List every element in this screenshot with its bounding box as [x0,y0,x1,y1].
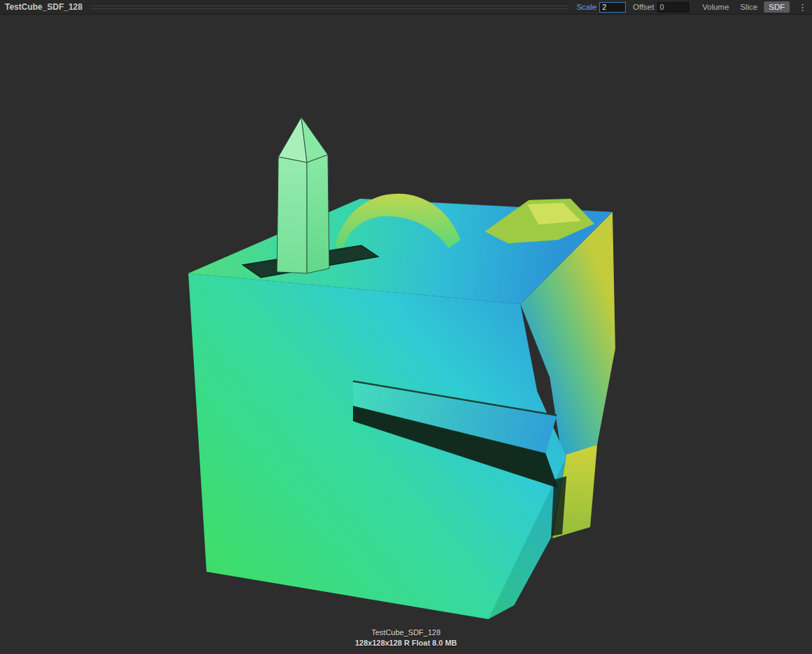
preview-titlebar: TestCube_SDF_128 Scale Offset Volume Sli… [0,0,812,15]
sdf-preview-viewport[interactable]: TestCube_SDF_128 128x128x128 R Float 8.0… [0,15,812,653]
offset-input[interactable] [657,2,689,13]
kebab-menu-icon[interactable]: ⋮ [797,2,809,13]
volume-button[interactable]: Volume [698,1,734,13]
preview-mode-buttons: Volume Slice SDF [698,1,790,13]
scale-label[interactable]: Scale [576,3,596,11]
slice-button[interactable]: Slice [735,1,762,13]
offset-label[interactable]: Offset [633,3,654,11]
sdf-button[interactable]: SDF [764,1,790,13]
asset-title: TestCube_SDF_128 [5,2,82,12]
scale-input[interactable] [599,2,626,13]
preview-toolbar: Scale Offset Volume Slice SDF ⋮ [576,1,809,13]
drag-handle[interactable] [91,6,569,9]
mesh-spike [277,117,329,273]
sdf-3d-render [0,15,812,653]
